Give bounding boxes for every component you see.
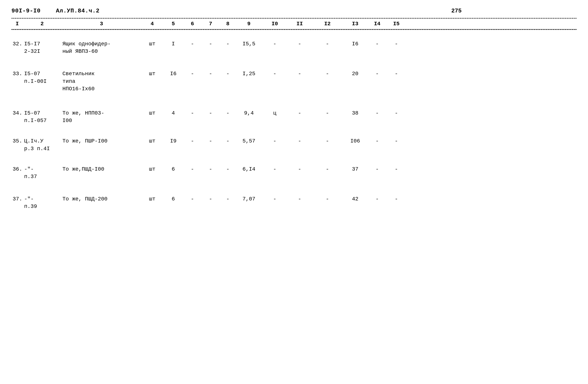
col-header-11: II (287, 20, 312, 28)
col-header-13: I3 (343, 20, 368, 28)
row-32-col14: - (368, 39, 387, 48)
row-37-col12: - (312, 194, 343, 203)
row-32-num: 32. (11, 39, 23, 48)
row-33-col7: - (201, 69, 220, 78)
row-36-col13: 37 (343, 165, 368, 174)
row-34-ref: I5-07 п.I-057 (23, 109, 61, 125)
row-37-col15: - (387, 194, 406, 203)
row-37-col4: шт (142, 194, 163, 203)
row-33-col6: - (184, 69, 201, 78)
row-36-col10: - (262, 165, 287, 174)
col-header-6: 6 (184, 20, 201, 28)
row-37-col6: - (184, 194, 201, 203)
row-35-col9: 5,57 (235, 136, 262, 146)
col-header-5: 5 (163, 20, 184, 28)
row-36-col12: - (312, 165, 343, 174)
row-36-ref: -"- п.37 (23, 165, 61, 181)
col-header-3: 3 (61, 20, 142, 28)
row-32-col13: I6 (343, 39, 368, 48)
row-34-col15: - (387, 109, 406, 118)
row-32-col12: - (312, 39, 343, 48)
row-35-col10: - (262, 136, 287, 146)
col-header-4: 4 (142, 20, 163, 28)
row-34-col10: ц (262, 109, 287, 118)
row-32-col4: шт (142, 39, 163, 48)
row-36-col5: 6 (163, 165, 184, 174)
doc-code: 90I-9-I0 (11, 8, 41, 14)
table-row: 32. I5-I7 2-32I Ящик однофидер-ный ЯВПЗ-… (11, 38, 577, 58)
row-35-col7: - (201, 136, 220, 146)
row-32-col5: I (163, 39, 184, 48)
row-36-desc: То же,ПШД-I00 (61, 165, 142, 174)
row-34-col13: 38 (343, 109, 368, 118)
row-33-col11: - (287, 69, 312, 78)
row-32-col11: - (287, 39, 312, 48)
row-34-num: 34. (11, 109, 23, 118)
row-33-col13: 20 (343, 69, 368, 78)
row-32-col6: - (184, 39, 201, 48)
col-header-8: 8 (220, 20, 235, 28)
table-row: 36. -"- п.37 То же,ПШД-I00 шт 6 - - - 6,… (11, 163, 577, 183)
row-35-col12: - (312, 136, 343, 146)
column-headers-top: I 2 3 4 5 6 7 8 9 I0 II I2 I3 I4 I5 (11, 18, 577, 29)
row-34-col7: - (201, 109, 220, 118)
row-32-col15: - (387, 39, 406, 48)
row-33-col9: I,25 (235, 69, 262, 78)
row-32-col7: - (201, 39, 220, 48)
row-35-col6: - (184, 136, 201, 146)
row-35-num: 35. (11, 136, 23, 146)
row-34-col9: 9,4 (235, 109, 262, 118)
row-36-col14: - (368, 165, 387, 174)
row-34-col11: - (287, 109, 312, 118)
row-36-num: 36. (11, 165, 23, 174)
row-32-desc: Ящик однофидер-ный ЯВПЗ-60 (61, 39, 142, 56)
row-37-desc: То же, ПШД-200 (61, 194, 142, 203)
row-37-col14: - (368, 194, 387, 203)
row-34-col6: - (184, 109, 201, 118)
col-header-9: 9 (235, 20, 262, 28)
table-row: 35. Ц.Iч.У р.3 п.4I То же, ПШР-I00 шт I9… (11, 135, 577, 155)
row-37-col8: - (220, 194, 235, 203)
row-36-col4: шт (142, 165, 163, 174)
col-header-1: I (11, 20, 23, 28)
row-32-ref: I5-I7 2-32I (23, 39, 61, 56)
doc-ref: Ал.УП.84.ч.2 (56, 8, 100, 14)
row-35-col4: шт (142, 136, 163, 146)
row-37-ref: -"- п.39 (23, 194, 61, 211)
row-34-desc: То же, НПП03-I00 (61, 109, 142, 125)
row-35-col14: - (368, 136, 387, 146)
row-33-ref: I5-07 п.I-00I (23, 69, 61, 86)
table-row: 37. -"- п.39 То же, ПШД-200 шт 6 - - - 7… (11, 192, 577, 213)
row-35-col8: - (220, 136, 235, 146)
row-37-col13: 42 (343, 194, 368, 203)
row-37-col9: 7,07 (235, 194, 262, 203)
row-34-col5: 4 (163, 109, 184, 118)
table-row: 34. I5-07 п.I-057 То же, НПП03-I00 шт 4 … (11, 107, 577, 127)
row-35-ref: Ц.Iч.У р.3 п.4I (23, 136, 61, 153)
row-32-col9: I5,5 (235, 39, 262, 48)
row-33-desc: СветильниктипаНПО16-Iх60 (61, 69, 142, 93)
row-36-col15: - (387, 165, 406, 174)
row-34-col12: - (312, 109, 343, 118)
row-36-col6: - (184, 165, 201, 174)
row-33-col15: - (387, 69, 406, 78)
col-header-14: I4 (368, 20, 387, 28)
col-header-2: 2 (23, 20, 61, 28)
row-33-col8: - (220, 69, 235, 78)
doc-header: 90I-9-I0 Ал.УП.84.ч.2 275 (11, 8, 577, 14)
doc-page: 275 (451, 8, 462, 14)
row-33-col14: - (368, 69, 387, 78)
row-32-col10: - (262, 39, 287, 48)
row-32-col8: - (220, 39, 235, 48)
row-37-num: 37. (11, 194, 23, 203)
row-35-desc: То же, ПШР-I00 (61, 136, 142, 146)
row-33-col12: - (312, 69, 343, 78)
row-33-col5: I6 (163, 69, 184, 78)
row-35-col15: - (387, 136, 406, 146)
row-37-col7: - (201, 194, 220, 203)
row-34-col14: - (368, 109, 387, 118)
row-35-col11: - (287, 136, 312, 146)
col-header-10: I0 (262, 20, 287, 28)
row-33-num: 33. (11, 69, 23, 78)
table-row: 33. I5-07 п.I-00I СветильниктипаНПО16-Iх… (11, 67, 577, 95)
